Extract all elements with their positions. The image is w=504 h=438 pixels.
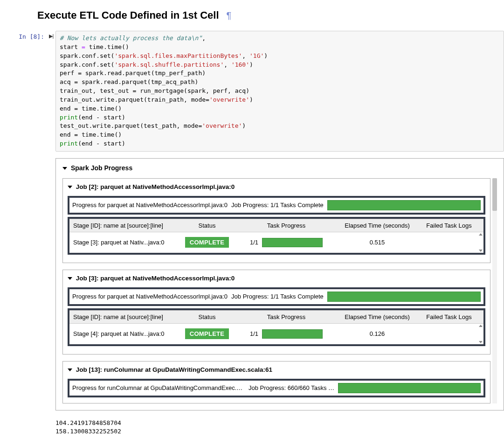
vertical-scrollbar[interactable] [492, 178, 497, 403]
input-prompt: In [8]: [9, 31, 47, 152]
jobs-scroll-container: Job [2]: parquet at NativeMethodAccessor… [62, 178, 497, 403]
col-progress: Task Progress [233, 219, 340, 232]
stage-table: Stage [ID]: name at [source]:[line] Stat… [68, 217, 485, 255]
job-title[interactable]: Job [13]: runColumnar at GpuDataWritingC… [68, 366, 485, 373]
spark-progress-panel: Spark Job Progress Job [2]: parquet at N… [55, 158, 504, 410]
job-title[interactable]: Job [2]: parquet at NativeMethodAccessor… [68, 183, 485, 190]
elapsed-time: 0.515 [340, 236, 414, 249]
section-heading: Execute ETL Code Defined in 1st Cell ¶ [37, 9, 504, 21]
job-progress-status: Job Progress: 1/1 Tasks Complete [231, 202, 324, 209]
heading-text: Execute ETL Code Defined in 1st Cell [37, 9, 219, 21]
col-progress: Task Progress [233, 311, 340, 323]
table-header-row: Stage [ID]: name at [source]:[line] Stat… [69, 219, 483, 232]
stage-name: Stage [3]: parquet at Nativ...java:0 [69, 236, 181, 249]
caret-down-icon [68, 277, 72, 280]
caret-down-icon [62, 167, 67, 170]
job-progress-bar [327, 200, 481, 210]
caret-down-icon [68, 368, 72, 371]
stage-table: Stage [ID]: name at [source]:[line] Stat… [68, 308, 485, 346]
run-cell-icon[interactable]: ▶| [47, 31, 55, 152]
failed-logs [414, 240, 478, 245]
job-progress-label: Progress for runColumnar at GpuDataWriti… [72, 384, 245, 391]
job-progress-bar [327, 292, 481, 302]
job-panel: Job [13]: runColumnar at GpuDataWritingC… [62, 361, 490, 403]
table-row: Stage [3]: parquet at Nativ...java:0 COM… [69, 232, 478, 253]
caret-down-icon [68, 186, 72, 188]
stage-name: Stage [4]: parquet at Nativ...java:0 [69, 327, 181, 340]
scrollbar-thumb[interactable] [492, 178, 497, 211]
col-elapsed: Elapsed Time (seconds) [340, 219, 414, 232]
table-row: Stage [4]: parquet at Nativ...java:0 COM… [69, 324, 478, 344]
job-progress-strip: Progress for runColumnar at GpuDataWriti… [68, 379, 485, 397]
failed-logs [414, 331, 478, 337]
output-area: Spark Job Progress Job [2]: parquet at N… [55, 158, 504, 410]
code-editor[interactable]: # Now lets actually process the data\n",… [55, 31, 504, 152]
job-progress-label: Progress for parquet at NativeMethodAcce… [72, 293, 228, 300]
col-failed: Failed Task Logs [414, 311, 483, 323]
col-status: Status [181, 311, 233, 323]
job-progress-status: Job Progress: 660/660 Tasks … [249, 384, 334, 391]
stdout-output: 104.24191784858704 158.13008332252502 [55, 419, 504, 435]
col-failed: Failed Task Logs [414, 219, 483, 232]
job-title[interactable]: Job [3]: parquet at NativeMethodAccessor… [68, 275, 485, 282]
job-progress-label: Progress for parquet at NativeMethodAcce… [72, 202, 228, 209]
row-spinner[interactable] [478, 232, 483, 253]
col-stage: Stage [ID]: name at [source]:[line] [69, 219, 181, 232]
job-progress-strip: Progress for parquet at NativeMethodAcce… [68, 196, 485, 215]
col-status: Status [181, 219, 233, 232]
col-elapsed: Elapsed Time (seconds) [340, 311, 414, 323]
job-progress-bar [338, 383, 481, 393]
task-progress-bar [262, 238, 323, 247]
status-badge: COMPLETE [185, 328, 229, 339]
row-spinner[interactable] [478, 324, 483, 344]
elapsed-time: 0.126 [340, 327, 414, 340]
job-panel: Job [2]: parquet at NativeMethodAccessor… [62, 178, 490, 263]
code-cell: In [8]: ▶| # Now lets actually process t… [9, 31, 504, 152]
code-comment: # Now lets actually process the data\n" [60, 35, 202, 42]
col-stage: Stage [ID]: name at [source]:[line] [69, 311, 181, 323]
spark-progress-title[interactable]: Spark Job Progress [62, 164, 497, 172]
job-panel: Job [3]: parquet at NativeMethodAccessor… [62, 270, 490, 355]
job-progress-status: Job Progress: 1/1 Tasks Complete [231, 293, 324, 300]
table-header-row: Stage [ID]: name at [source]:[line] Stat… [69, 310, 483, 324]
task-count: 1/1 [250, 239, 258, 246]
task-count: 1/1 [250, 330, 258, 337]
status-badge: COMPLETE [185, 237, 229, 248]
task-progress-bar [262, 329, 323, 339]
job-progress-strip: Progress for parquet at NativeMethodAcce… [68, 287, 485, 306]
anchor-icon[interactable]: ¶ [227, 10, 232, 21]
